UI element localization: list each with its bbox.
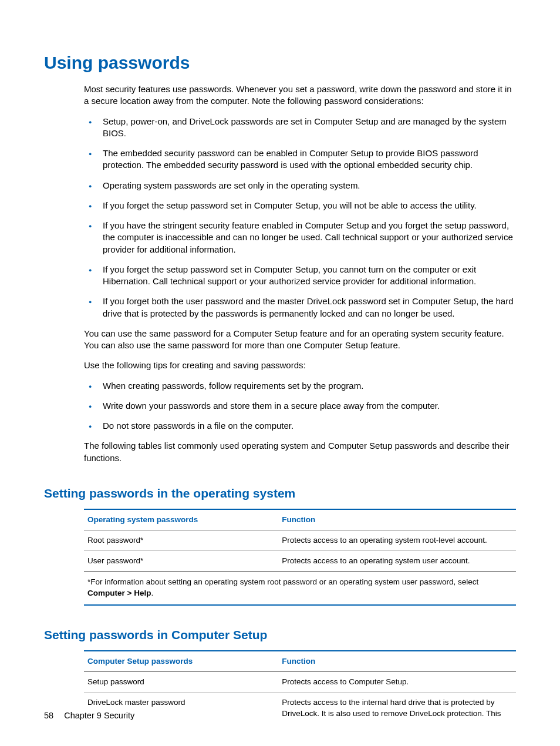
table-header: Operating system passwords: [84, 509, 278, 530]
table-footnote: *For information about setting an operat…: [84, 572, 516, 605]
table-header: Function: [278, 651, 516, 672]
table-2-wrap: Computer Setup passwords Function Setup …: [84, 650, 516, 724]
list-item: Do not store passwords in a file on the …: [84, 420, 516, 432]
list-item: If you have the stringent security featu…: [84, 220, 516, 256]
table-cell: Setup password: [84, 672, 278, 693]
heading-2-cs: Setting passwords in Computer Setup: [44, 628, 516, 642]
page-number: 58: [44, 711, 53, 720]
list-item: If you forget both the user password and…: [84, 295, 516, 320]
document-page: Using passwords Most security features u…: [0, 0, 560, 746]
footnote-text: *For information about setting an operat…: [87, 577, 478, 586]
table-cell: Protects access to an operating system r…: [278, 530, 516, 550]
list-item: Operating system passwords are set only …: [84, 180, 516, 191]
paragraph: Use the following tips for creating and …: [84, 359, 516, 371]
table-cell: User password*: [84, 551, 278, 572]
table-cell: Protects access to Computer Setup.: [278, 672, 516, 693]
table-row: Setup password Protects access to Comput…: [84, 672, 516, 693]
table-header: Function: [278, 509, 516, 530]
chapter-label: Chapter 9 Security: [64, 711, 134, 720]
table-row: DriveLock master password Protects acces…: [84, 693, 516, 724]
tips-list: When creating passwords, follow requirem…: [84, 380, 516, 432]
table-header: Computer Setup passwords: [84, 651, 278, 672]
footnote-text: .: [151, 589, 153, 597]
footnote-bold: Computer > Help: [87, 589, 151, 597]
table-row: User password* Protects access to an ope…: [84, 551, 516, 572]
list-item: If you forget the setup password set in …: [84, 264, 516, 288]
table-1-wrap: Operating system passwords Function Root…: [84, 509, 516, 606]
heading-1: Using passwords: [44, 53, 516, 73]
consideration-list: Setup, power-on, and DriveLock passwords…: [84, 116, 516, 320]
list-item: If you forget the setup password set in …: [84, 200, 516, 211]
paragraph: The following tables list commonly used …: [84, 440, 516, 464]
table-row: Root password* Protects access to an ope…: [84, 530, 516, 550]
cs-passwords-table: Computer Setup passwords Function Setup …: [84, 650, 516, 724]
heading-2-os: Setting passwords in the operating syste…: [44, 486, 516, 500]
list-item: The embedded security password can be en…: [84, 147, 516, 172]
list-item: When creating passwords, follow requirem…: [84, 380, 516, 392]
table-cell: Root password*: [84, 530, 278, 550]
table-cell: Protects access to the internal hard dri…: [278, 693, 516, 724]
page-footer: 58 Chapter 9 Security: [44, 711, 134, 720]
body-content: Most security features use passwords. Wh…: [84, 83, 516, 464]
list-item: Setup, power-on, and DriveLock passwords…: [84, 116, 516, 140]
table-cell: Protects access to an operating system u…: [278, 551, 516, 572]
intro-paragraph: Most security features use passwords. Wh…: [84, 83, 516, 107]
os-passwords-table: Operating system passwords Function Root…: [84, 509, 516, 572]
list-item: Write down your passwords and store them…: [84, 400, 516, 412]
paragraph: You can use the same password for a Comp…: [84, 328, 516, 352]
